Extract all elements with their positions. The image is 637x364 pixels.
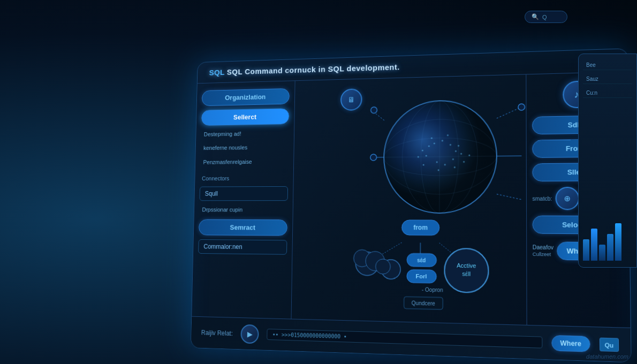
bottom-code: •• >>>0150000000000000 • <box>267 329 542 348</box>
monitor-icon: 🖥 <box>340 88 362 111</box>
edge-item-1: Bee <box>583 60 632 70</box>
panel-title: SQL SQL Command cornuck in SQL developme… <box>209 63 400 77</box>
main-panel: SQL SQL Command cornuck in SQL developme… <box>191 48 632 362</box>
bar-2 <box>591 229 597 261</box>
svg-point-35 <box>518 104 525 110</box>
bar-5 <box>615 223 621 261</box>
edge-item-3: Cu:n <box>583 88 632 98</box>
search-icon: 🔍 <box>532 13 539 20</box>
select-button[interactable]: Sellerct <box>201 108 290 126</box>
edge-item-2: Sauz <box>583 74 632 84</box>
bar-1 <box>583 239 589 261</box>
search-btn[interactable]: Semract <box>199 219 287 236</box>
cullzeet-label: Cullzeet <box>533 252 553 257</box>
top-node-group: 🖥 <box>340 88 362 111</box>
right-edge-panel: Bee Sauz Cu:n <box>578 54 637 268</box>
bar-3 <box>599 245 605 261</box>
svg-text:sέd: sέd <box>417 257 426 263</box>
smatcb-label: smatcb: <box>532 195 552 201</box>
panel-content: Organizlation Sellerct Destepming ad! ke… <box>191 72 631 357</box>
desc-line-1: Destepming ad! <box>201 128 289 140</box>
center-area: from sέd Forl <box>291 74 527 354</box>
svg-point-33 <box>371 107 377 113</box>
svg-line-28 <box>497 107 521 118</box>
bar-chart <box>583 218 632 261</box>
left-sidebar: Organizlation Sellerct Destepming ad! ke… <box>191 81 295 346</box>
search-bar[interactable]: 🔍 Q <box>525 11 567 23</box>
svg-text:- Oopron: - Oopron <box>422 286 443 293</box>
desc-connector: Drpssionar cupin <box>199 205 288 215</box>
connector-input[interactable]: Squll <box>199 186 288 201</box>
watermark: datahumen.com <box>586 353 628 360</box>
svg-text:Forl: Forl <box>416 273 427 280</box>
svg-text:Acctive: Acctive <box>457 262 476 269</box>
svg-text:Qundcere: Qundcere <box>412 300 435 307</box>
search-placeholder: Q <box>542 14 547 20</box>
bar-4 <box>607 234 613 261</box>
svg-text:sέll: sέll <box>462 270 471 277</box>
bottom-right-label: Qu <box>604 342 613 348</box>
connection-svg: from sέd Forl <box>291 74 527 354</box>
organization-button[interactable]: Organizlation <box>202 88 290 106</box>
nav-arrow[interactable]: ▶ <box>240 324 259 344</box>
commands-box[interactable]: Commalor:nen <box>198 239 287 255</box>
bottom-label: Raijiv Relat: <box>201 329 233 337</box>
set-bpsdlok-icon: ⊕ <box>555 187 579 210</box>
svg-point-34 <box>370 154 377 161</box>
svg-line-30 <box>497 194 522 200</box>
where-button-2[interactable]: Where <box>551 335 590 352</box>
svg-point-45 <box>375 259 390 275</box>
sql-highlight: SQL <box>209 68 225 77</box>
connectors-label: Connectors <box>200 173 288 183</box>
desc-line-2: keneferne nousles <box>201 142 289 154</box>
desc-line-3: Penzmasfenrelgaise <box>200 156 289 167</box>
daeafov-label: Daeafov <box>533 244 553 251</box>
svg-text:from: from <box>413 224 428 231</box>
